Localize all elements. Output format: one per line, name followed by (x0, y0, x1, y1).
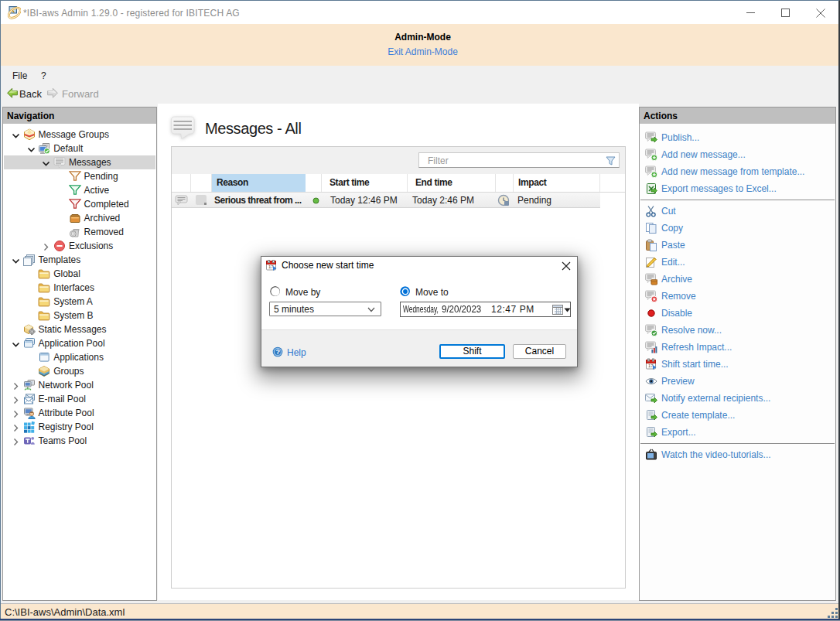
svg-text:?: ? (275, 348, 280, 356)
